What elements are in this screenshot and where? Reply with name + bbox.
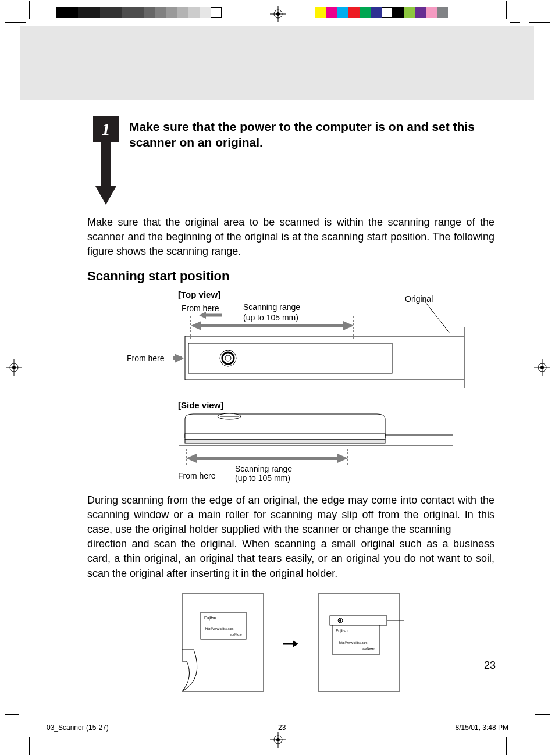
color-bar <box>315 7 448 18</box>
svg-marker-46 <box>337 454 348 463</box>
crop-mark <box>525 1 525 19</box>
card-url: http://www.fujitsu.com <box>205 627 233 630</box>
svg-marker-30 <box>343 321 354 330</box>
svg-rect-37 <box>185 440 385 443</box>
footer-date: 8/15/01, 3:48 PM <box>456 723 508 732</box>
arrow-right-icon <box>283 638 298 650</box>
top-view-figure: [Top view] From here Scanning range (up … <box>173 290 488 394</box>
registration-mark-icon <box>6 359 22 376</box>
step-block: 1 Make sure that the power to the comput… <box>87 116 494 204</box>
side-view-figure: [Side view] From here Scanning range (up… <box>173 400 464 487</box>
crop-mark <box>5 734 26 734</box>
card-url-2: http://www.fujitsu.com <box>339 641 367 644</box>
crop-mark <box>506 1 507 19</box>
crop-mark <box>29 737 30 755</box>
card-model: scaNexer <box>230 633 242 636</box>
svg-point-15 <box>540 366 544 369</box>
svg-marker-17 <box>95 186 116 205</box>
crop-mark <box>529 734 550 734</box>
card-model-2: scaNexer <box>362 647 375 650</box>
svg-rect-36 <box>185 434 385 440</box>
svg-point-3 <box>276 12 280 16</box>
crop-mark <box>535 714 550 715</box>
card-brand: Fujitsu <box>204 616 216 621</box>
svg-line-35 <box>425 301 450 333</box>
registration-mark-icon <box>270 6 286 22</box>
step-number-badge: 1 <box>93 116 119 142</box>
svg-marker-34 <box>175 354 184 363</box>
paragraph-1: Make sure that the original area to be s… <box>87 215 494 259</box>
svg-marker-31 <box>199 312 206 319</box>
holder-open-icon: Fujitsu http://www.fujitsu.com scaNexer <box>176 591 269 696</box>
paragraph-3: direction and scan the original. When sc… <box>87 537 494 581</box>
svg-rect-52 <box>330 616 387 625</box>
footer-page: 23 <box>109 723 456 732</box>
header-band <box>20 26 534 100</box>
registration-mark-icon <box>270 732 286 748</box>
svg-rect-22 <box>188 343 392 373</box>
svg-marker-50 <box>293 640 298 647</box>
page-content: 1 Make sure that the power to the comput… <box>87 116 494 696</box>
page-number: 23 <box>484 659 496 672</box>
svg-point-54 <box>339 619 341 622</box>
crop-mark <box>525 737 525 755</box>
svg-marker-45 <box>186 454 197 463</box>
footer-file: 03_Scanner (15-27) <box>47 723 109 732</box>
svg-marker-29 <box>191 321 201 330</box>
svg-rect-47 <box>182 594 264 691</box>
card-brand-2: Fujitsu <box>336 629 348 633</box>
from-here-left: From here <box>127 354 165 363</box>
crop-mark <box>5 22 26 23</box>
paragraph-2: During scanning from the edge of an orig… <box>87 493 494 537</box>
crop-mark <box>29 1 30 19</box>
svg-rect-16 <box>101 142 111 186</box>
step-title: Make sure that the power to the computer… <box>129 119 494 151</box>
crop-mark <box>5 714 19 715</box>
step-arrow-icon <box>95 142 116 205</box>
crop-mark <box>529 22 550 23</box>
print-footer: 03_Scanner (15-27) 23 8/15/01, 3:48 PM <box>47 723 508 732</box>
svg-point-7 <box>276 738 280 741</box>
section-heading: Scanning start position <box>87 270 494 283</box>
crop-mark <box>510 22 520 23</box>
holder-illustration: Fujitsu http://www.fujitsu.com scaNexer … <box>87 591 494 696</box>
crop-mark <box>510 734 520 734</box>
svg-point-11 <box>12 366 16 369</box>
holder-with-scanner-icon: Fujitsu http://www.fujitsu.com scaNexer <box>312 591 405 696</box>
registration-mark-icon <box>534 359 550 376</box>
grayscale-bar <box>56 7 222 18</box>
crop-mark <box>506 737 507 755</box>
